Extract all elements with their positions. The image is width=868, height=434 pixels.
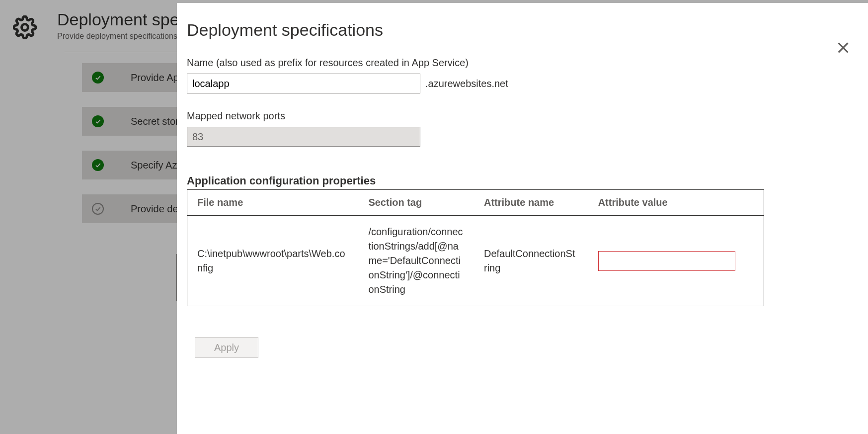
close-button[interactable] [833, 38, 853, 58]
name-label: Name (also used as prefix for resources … [187, 57, 843, 69]
properties-table: File name Section tag Attribute name Att… [187, 189, 764, 306]
name-input[interactable] [187, 74, 420, 93]
modal-title: Deployment specifications [187, 20, 843, 40]
cell-file-name: C:\inetpub\wwwroot\parts\Web.config [187, 238, 358, 284]
column-attribute-value: Attribute value [588, 190, 764, 215]
attribute-value-input[interactable] [598, 251, 735, 271]
ports-label: Mapped network ports [187, 110, 843, 122]
domain-suffix: .azurewebsites.net [425, 78, 508, 89]
deployment-specs-modal: Deployment specifications Name (also use… [177, 3, 868, 434]
cell-attribute-name: DefaultConnectionString [474, 238, 588, 284]
apply-button[interactable]: Apply [195, 337, 258, 358]
column-attribute-name: Attribute name [474, 190, 588, 215]
table-row: C:\inetpub\wwwroot\parts\Web.config /con… [187, 216, 764, 306]
app-config-heading: Application configuration properties [187, 174, 843, 187]
cell-section-tag: /configuration/connectionStrings/add[@na… [358, 216, 474, 306]
column-section-tag: Section tag [358, 190, 474, 215]
ports-input [187, 127, 420, 147]
column-file-name: File name [187, 190, 358, 215]
